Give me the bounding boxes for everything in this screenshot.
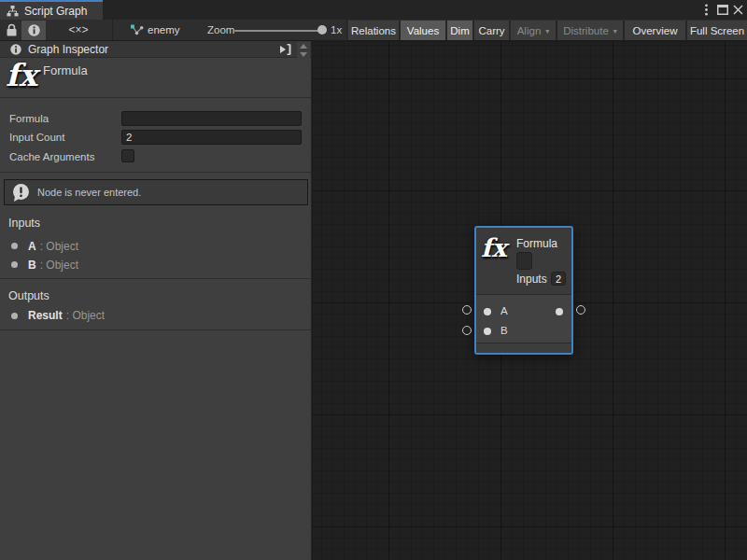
warning-text: Node is never entered. (37, 187, 141, 198)
warning-box: Node is never entered. (4, 179, 308, 205)
stepper-up-icon[interactable] (297, 42, 310, 49)
stepper-down-icon[interactable] (297, 50, 310, 58)
toolbar-buttons: Relations Values Dim Carry Align▾ Distri… (348, 21, 747, 40)
node-formula-input[interactable] (516, 252, 532, 270)
dock-right-icon[interactable] (279, 44, 291, 55)
toolbar-separator (346, 20, 347, 40)
formula-input[interactable] (121, 111, 302, 126)
input-port-a-label: A (500, 305, 508, 316)
fx-icon: fx (6, 60, 37, 91)
input-port-b[interactable] (484, 328, 491, 335)
dropdown-caret-icon: ▾ (545, 27, 549, 35)
formula-node-body: A B (476, 294, 571, 343)
graph-asset-icon (130, 23, 144, 36)
input-row-a: A : Object (0, 240, 311, 253)
divider (0, 97, 311, 98)
cache-arguments-checkbox[interactable] (121, 149, 134, 162)
port-bullet-icon (11, 313, 18, 319)
input-connector-ring-b[interactable] (462, 326, 472, 335)
script-graph-icon (7, 5, 19, 17)
kebab-menu-icon[interactable] (698, 0, 714, 20)
graph-inspector-header: Graph Inspector (0, 41, 311, 58)
window-controls (698, 0, 747, 20)
formula-node-header[interactable]: fx Formula Inputs 2 (476, 228, 571, 294)
zoom-value: 1x (331, 20, 342, 40)
zoom-slider-track[interactable] (234, 30, 326, 32)
warning-bubble-icon (11, 183, 31, 203)
formula-field-label: Formula (9, 111, 49, 126)
input-count-input[interactable]: 2 (121, 130, 302, 145)
carry-button[interactable]: Carry (474, 21, 509, 40)
tab-script-graph[interactable]: Script Graph (0, 0, 103, 20)
outputs-section-header: Outputs (8, 289, 49, 302)
zoom-label: Zoom (207, 20, 234, 40)
divider (0, 329, 311, 330)
breadcrumb-label: enemy (148, 24, 180, 35)
title-bar: Script Graph (0, 0, 747, 20)
graph-inspector-panel: Graph Inspector fx Formula Formula Input… (0, 41, 312, 560)
panel-stepper (297, 41, 310, 58)
node-title: Formula (516, 237, 557, 250)
output-port-result[interactable] (556, 308, 563, 315)
output-row-result: Result : Object (0, 309, 311, 322)
inspector-toggle-button[interactable] (21, 21, 46, 40)
info-icon (10, 44, 21, 55)
formula-node-footer (476, 343, 571, 353)
input-port-a[interactable] (484, 308, 491, 315)
fx-icon: fx (481, 234, 507, 262)
code-view-icon[interactable]: <×> (67, 22, 90, 37)
lock-icon[interactable] (5, 23, 18, 37)
close-icon[interactable] (730, 0, 746, 20)
input-port-b-label: B (500, 325, 508, 336)
divider (0, 278, 311, 279)
port-bullet-icon (11, 261, 18, 268)
divider (0, 172, 311, 173)
formula-node[interactable]: fx Formula Inputs 2 A B (474, 226, 573, 355)
output-connector-ring[interactable] (576, 305, 585, 315)
inputs-section-header: Inputs (8, 217, 40, 230)
input-count-label: Input Count (9, 130, 64, 145)
node-inputs-input[interactable]: 2 (551, 272, 566, 286)
panel-title: Graph Inspector (28, 43, 108, 56)
relations-button[interactable]: Relations (348, 21, 399, 40)
tab-label: Script Graph (24, 5, 87, 18)
breadcrumb[interactable]: enemy (130, 20, 180, 40)
cache-arguments-label: Cache Arguments (9, 149, 94, 164)
align-dropdown[interactable]: Align▾ (511, 21, 556, 40)
values-button[interactable]: Values (401, 21, 445, 40)
input-connector-ring-a[interactable] (462, 305, 472, 315)
overview-button[interactable]: Overview (625, 21, 685, 40)
full-screen-button[interactable]: Full Screen (687, 21, 747, 40)
graph-canvas[interactable]: fx Formula Inputs 2 A B (312, 41, 747, 560)
inspector-node-title: Formula (43, 63, 88, 77)
distribute-dropdown[interactable]: Distribute▾ (557, 21, 623, 40)
dim-button[interactable]: Dim (447, 21, 472, 40)
info-icon (28, 24, 40, 36)
toolbar: <×> enemy Zoom 1x Relations Values Dim C… (0, 20, 747, 41)
node-inputs-label: Inputs (516, 273, 547, 286)
maximize-icon[interactable] (714, 0, 730, 20)
dropdown-caret-icon: ▾ (613, 27, 617, 35)
zoom-slider-knob[interactable] (317, 25, 327, 35)
port-bullet-icon (11, 243, 18, 249)
input-row-b: B : Object (0, 259, 311, 272)
toolbar-separator (112, 20, 113, 40)
